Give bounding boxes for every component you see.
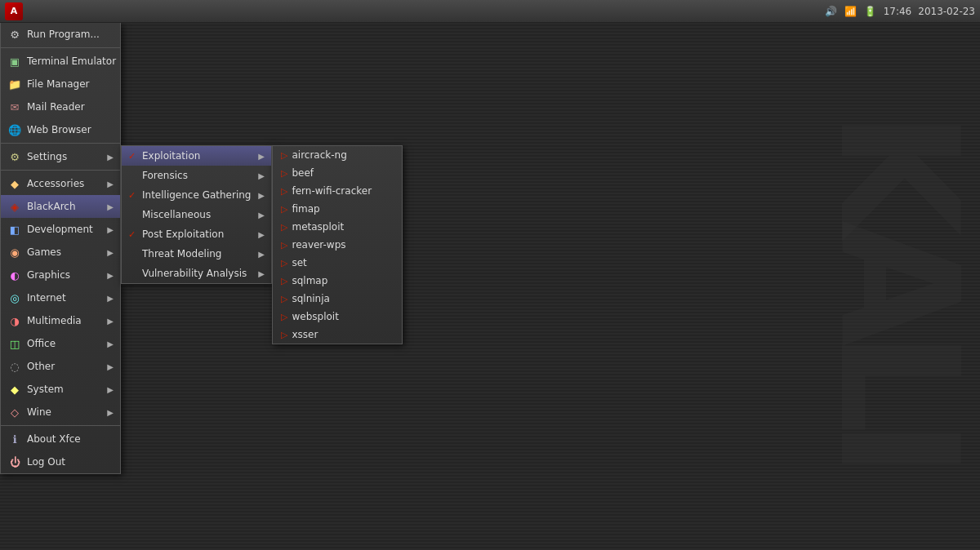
intelligence-label: Intelligence Gathering (142, 189, 258, 201)
xsser-label: xsser (292, 329, 318, 340)
internet-arrow: ▶ (107, 294, 114, 303)
log-out-icon: ⏻ (7, 455, 22, 469)
menu-item-terminal[interactable]: ▣ Terminal Emulator (1, 50, 120, 73)
menu-item-settings[interactable]: ⚙ Settings ▶ (1, 145, 120, 168)
menu-item-mail-reader[interactable]: ✉ Mail Reader (1, 95, 120, 118)
menu-item-multimedia[interactable]: ◑ Multimedia ▶ (1, 309, 120, 332)
settings-arrow: ▶ (107, 153, 114, 162)
aircrack-ng-arrow: ▷ (281, 150, 287, 161)
exploit-item-metasploit[interactable]: ▷ metasploit (273, 218, 402, 236)
sqlninja-arrow: ▷ (281, 294, 287, 304)
menu-item-other[interactable]: ◌ Other ▶ (1, 355, 120, 378)
mail-reader-icon: ✉ (7, 100, 22, 114)
app-menu-icon[interactable]: A (5, 2, 23, 20)
multimedia-arrow: ▶ (107, 317, 114, 326)
threat-modeling-arrow: ▶ (258, 250, 265, 259)
menu-item-log-out[interactable]: ⏻ Log Out (1, 450, 120, 473)
post-exploitation-label: Post Exploitation (142, 228, 258, 240)
post-exploitation-arrow: ▶ (258, 230, 265, 239)
run-program-icon: ⚙ (7, 27, 22, 42)
exploitation-label: Exploitation (142, 150, 258, 162)
menu-item-accessories[interactable]: ◆ Accessories ▶ (1, 172, 120, 195)
miscellaneous-label: Miscellaneous (142, 209, 258, 220)
submenu-item-intelligence[interactable]: ✓ Intelligence Gathering ▶ (122, 185, 271, 205)
web-browser-label: Web Browser (27, 124, 114, 135)
post-exploitation-check: ✓ (128, 229, 138, 240)
network-icon[interactable]: 📶 (844, 5, 858, 18)
multimedia-label: Multimedia (27, 315, 107, 326)
fimap-label: fimap (292, 203, 319, 215)
run-program-label: Run Program... (27, 29, 114, 40)
graphics-arrow: ▶ (107, 271, 114, 280)
system-arrow: ▶ (107, 385, 114, 394)
menu-item-about-xfce[interactable]: ℹ About Xfce (1, 428, 120, 450)
internet-icon: ◎ (7, 291, 22, 305)
games-arrow: ▶ (107, 248, 114, 257)
submenu-item-forensics[interactable]: ✓ Forensics ▶ (122, 166, 271, 185)
separator-2 (1, 143, 120, 144)
menu-system: ⚙ Run Program... ▣ Terminal Emulator 📁 F… (0, 23, 403, 474)
mail-reader-label: Mail Reader (27, 101, 114, 113)
office-arrow: ▶ (107, 339, 114, 348)
development-arrow: ▶ (107, 225, 114, 234)
system-label: System (27, 384, 107, 395)
system-icon: ◆ (7, 382, 22, 397)
exploit-item-aircrack-ng[interactable]: ▷ aircrack-ng (273, 146, 402, 164)
log-out-label: Log Out (27, 456, 114, 468)
menu-item-file-manager[interactable]: 📁 File Manager (1, 73, 120, 95)
vulnerability-analysis-arrow: ▶ (258, 269, 265, 278)
sqlmap-label: sqlmap (292, 275, 327, 286)
exploit-item-sqlninja[interactable]: ▷ sqlninja (273, 290, 402, 308)
exploit-item-fern-wifi-cracker[interactable]: ▷ fern-wifi-cracker (273, 182, 402, 200)
exploit-item-set[interactable]: ▷ set (273, 254, 402, 272)
menu-item-blackarch[interactable]: ◈ BlackArch ▶ (1, 195, 120, 218)
sqlmap-arrow: ▷ (281, 276, 287, 286)
taskbar: A 🔊 📶 🔋 17:46 2013-02-23 (0, 0, 980, 23)
graphics-icon: ◐ (7, 268, 22, 282)
other-label: Other (27, 361, 107, 372)
exploit-item-xsser[interactable]: ▷ xsser (273, 326, 402, 344)
clock-date: 2013-02-23 (918, 6, 975, 17)
submenu-item-post-exploitation[interactable]: ✓ Post Exploitation ▶ (122, 224, 271, 244)
menu-item-graphics[interactable]: ◐ Graphics ▶ (1, 264, 120, 286)
about-xfce-icon: ℹ (7, 432, 22, 446)
volume-icon[interactable]: 🔊 (825, 5, 838, 18)
office-label: Office (27, 338, 107, 349)
exploitation-check: ✓ (128, 151, 138, 162)
graphics-label: Graphics (27, 269, 107, 281)
separator-1 (1, 47, 120, 48)
menu-item-office[interactable]: ◫ Office ▶ (1, 332, 120, 355)
menu-item-development[interactable]: ◧ Development ▶ (1, 218, 120, 241)
submenu-item-exploitation[interactable]: ✓ Exploitation ▶ (122, 146, 271, 166)
exploit-item-fimap[interactable]: ▷ fimap (273, 200, 402, 218)
beef-arrow: ▷ (281, 168, 287, 179)
websploit-label: websploit (292, 311, 338, 322)
fimap-arrow: ▷ (281, 204, 287, 215)
menu-item-internet[interactable]: ◎ Internet ▶ (1, 286, 120, 309)
blackarch-label: BlackArch (27, 201, 107, 212)
exploit-item-beef[interactable]: ▷ beef (273, 164, 402, 182)
taskbar-left: A (5, 2, 26, 20)
separator-4 (1, 425, 120, 426)
menu-item-web-browser[interactable]: 🌐 Web Browser (1, 118, 120, 141)
menu-item-system[interactable]: ◆ System ▶ (1, 378, 120, 401)
exploit-item-reaver-wps[interactable]: ▷ reaver-wps (273, 236, 402, 254)
exploit-item-websploit[interactable]: ▷ websploit (273, 308, 402, 326)
taskbar-right: 🔊 📶 🔋 17:46 2013-02-23 (825, 5, 975, 18)
games-icon: ◉ (7, 245, 22, 259)
bg-decoration: KALI (817, 23, 980, 550)
menu-item-run-program[interactable]: ⚙ Run Program... (1, 23, 120, 46)
main-menu: ⚙ Run Program... ▣ Terminal Emulator 📁 F… (0, 23, 121, 474)
submenu-item-threat-modeling[interactable]: ✓ Threat Modeling ▶ (122, 244, 271, 264)
submenu-item-miscellaneous[interactable]: ✓ Miscellaneous ▶ (122, 205, 271, 224)
miscellaneous-arrow: ▶ (258, 211, 265, 220)
settings-icon: ⚙ (7, 149, 22, 164)
menu-item-wine[interactable]: ◇ Wine ▶ (1, 401, 120, 424)
sqlninja-label: sqlninja (292, 293, 329, 304)
menu-item-games[interactable]: ◉ Games ▶ (1, 241, 120, 264)
battery-icon[interactable]: 🔋 (864, 5, 877, 18)
submenu-item-vulnerability-analysis[interactable]: ✓ Vulnerability Analysis ▶ (122, 264, 271, 283)
exploit-item-sqlmap[interactable]: ▷ sqlmap (273, 272, 402, 290)
aircrack-ng-label: aircrack-ng (292, 149, 346, 161)
beef-label: beef (292, 167, 314, 179)
